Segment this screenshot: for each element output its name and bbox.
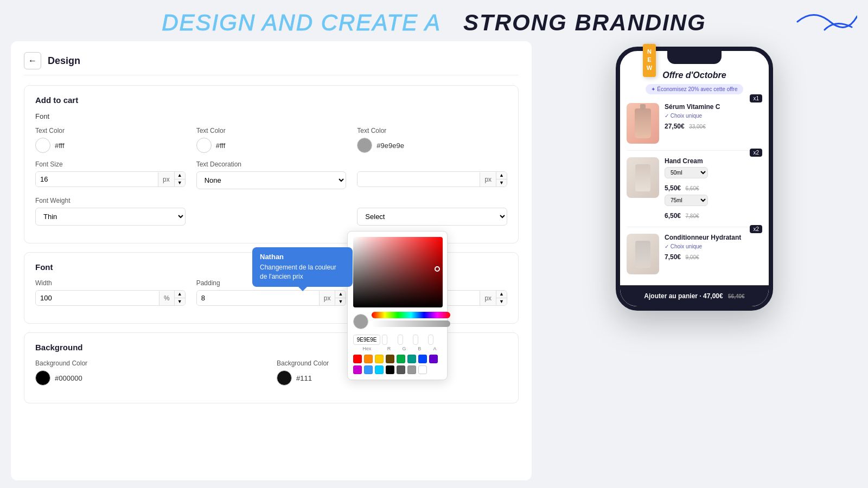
color-swatch-3[interactable] bbox=[357, 138, 372, 153]
swatch-black[interactable] bbox=[386, 365, 394, 374]
product-2-price1-row: 5,50€ 6,60€ bbox=[665, 183, 762, 192]
r-input[interactable] bbox=[382, 335, 387, 345]
width-input-wrapper[interactable]: % ▲ ▼ bbox=[35, 290, 186, 306]
hue-bar[interactable] bbox=[372, 312, 450, 318]
swatch-blue[interactable] bbox=[418, 355, 427, 363]
font-size-input[interactable] bbox=[36, 172, 158, 187]
width-up[interactable]: ▲ bbox=[175, 291, 185, 298]
swatch-teal[interactable] bbox=[407, 355, 416, 363]
swatch-cyan[interactable] bbox=[375, 365, 384, 374]
swatch-red[interactable] bbox=[353, 355, 362, 363]
swatch-brown[interactable] bbox=[386, 355, 394, 363]
color-swatch-1[interactable] bbox=[35, 138, 50, 153]
placeholder-group3: Select bbox=[357, 197, 507, 226]
font-size-down[interactable]: ▼ bbox=[175, 179, 185, 187]
bg-color-hex-1: #000000 bbox=[55, 374, 82, 382]
swatch-yellow[interactable] bbox=[375, 355, 384, 363]
product-2-tube bbox=[635, 164, 650, 191]
back-button[interactable]: ← bbox=[24, 52, 41, 69]
product-3-header: Conditionneur Hydratant x2 bbox=[665, 234, 762, 243]
color-hex-3: #9e9e9e bbox=[376, 142, 404, 150]
color-picker-popup: Hex R G B A bbox=[347, 231, 448, 380]
bg-color-1-input[interactable]: #000000 bbox=[35, 370, 266, 386]
product-1-choice: ✓ Choix unique bbox=[665, 113, 762, 119]
padding-down[interactable]: ▼ bbox=[335, 298, 346, 305]
border-radius-up[interactable]: ▲ bbox=[496, 291, 507, 298]
bg-color-swatch-2[interactable] bbox=[277, 370, 292, 386]
extra-up[interactable]: ▲ bbox=[496, 172, 507, 179]
extra-input[interactable] bbox=[358, 172, 480, 187]
color-hex-1: #fff bbox=[55, 142, 65, 150]
width-input[interactable] bbox=[36, 291, 159, 305]
swatch-light-blue[interactable] bbox=[364, 365, 373, 374]
font-weight-row: Font Weight Thin Light Regular Medium Bo… bbox=[35, 197, 507, 226]
padding-up[interactable]: ▲ bbox=[335, 291, 346, 298]
color-gradient-canvas[interactable] bbox=[353, 237, 443, 307]
text-color-3-group: Text Color #9e9e9e bbox=[357, 127, 507, 153]
text-color-2-input[interactable]: #fff bbox=[196, 138, 347, 153]
font-size-decoration-row: Font Size px ▲ ▼ Text Decoration None bbox=[35, 160, 507, 189]
padding-stepper[interactable]: ▲ ▼ bbox=[335, 291, 346, 305]
font-section-title: Font bbox=[35, 112, 507, 120]
b-label: B bbox=[413, 346, 426, 351]
extra-stepper[interactable]: ▲ ▼ bbox=[496, 172, 507, 187]
swatch-purple-dark[interactable] bbox=[429, 355, 438, 363]
swatch-orange[interactable] bbox=[364, 355, 373, 363]
font-size-input-wrapper[interactable]: px ▲ ▼ bbox=[35, 171, 186, 187]
product-1-price: 27,50€ bbox=[665, 123, 685, 130]
text-color-row: Text Color #fff Text Color #fff Text Col… bbox=[35, 127, 507, 153]
swatch-green[interactable] bbox=[397, 355, 405, 363]
hue-alpha-row bbox=[353, 312, 442, 331]
extra-unit: px bbox=[480, 172, 496, 187]
text-decoration-select[interactable]: None Underline Line-through bbox=[196, 171, 347, 189]
b-input-col: B bbox=[413, 335, 426, 351]
border-radius-down[interactable]: ▼ bbox=[496, 298, 507, 305]
bg-color-1-label: Background Color bbox=[35, 359, 266, 367]
g-input[interactable] bbox=[398, 335, 403, 345]
hex-input[interactable] bbox=[353, 335, 380, 345]
product-2-old-price2: 7,80€ bbox=[685, 213, 699, 219]
color-swatch-2[interactable] bbox=[196, 138, 212, 153]
padding-input-wrapper[interactable]: px ▲ ▼ bbox=[196, 290, 347, 306]
swatch-magenta[interactable] bbox=[353, 365, 362, 374]
font-size-stepper[interactable]: ▲ ▼ bbox=[174, 172, 185, 187]
phone-add-btn[interactable]: Ajouter au panier · 47,00€ 56,40€ bbox=[620, 285, 769, 306]
swatch-dark-gray[interactable] bbox=[397, 365, 405, 374]
font-size-up[interactable]: ▲ bbox=[175, 172, 185, 179]
text-color-1-group: Text Color #fff bbox=[35, 127, 186, 153]
text-decoration-label: Text Decoration bbox=[196, 160, 347, 168]
product-2-select-2[interactable]: 75ml 50ml bbox=[665, 195, 708, 206]
product-2-name: Hand Cream bbox=[665, 157, 703, 165]
add-btn-label: Ajouter au panier · 47,00€ bbox=[644, 292, 723, 300]
padding-input[interactable] bbox=[197, 291, 319, 305]
swatch-mid-gray[interactable] bbox=[407, 365, 416, 374]
bg-color-swatch-1[interactable] bbox=[35, 370, 50, 386]
product-1-info: Sérum Vitamine C x1 ✓ Choix unique 27,50… bbox=[665, 103, 762, 131]
product-2-select-1[interactable]: 50ml 75ml bbox=[665, 167, 708, 178]
header-banner: DESIGN AND CREATE A STRONG BRANDING bbox=[0, 0, 868, 41]
product-1: Sérum Vitamine C x1 ✓ Choix unique 27,50… bbox=[627, 103, 762, 151]
b-input[interactable] bbox=[413, 335, 418, 345]
font-size-group: Font Size px ▲ ▼ bbox=[35, 160, 186, 189]
alpha-bar[interactable] bbox=[372, 320, 450, 327]
width-down[interactable]: ▼ bbox=[175, 298, 185, 305]
width-stepper[interactable]: ▲ ▼ bbox=[174, 291, 185, 305]
extra-input-wrapper[interactable]: px ▲ ▼ bbox=[357, 171, 507, 187]
product-3-name: Conditionneur Hydratant bbox=[665, 234, 741, 241]
text-color-3-input[interactable]: #9e9e9e bbox=[357, 138, 507, 153]
font-weight-select[interactable]: Thin Light Regular Medium Bold bbox=[35, 208, 186, 226]
text-color-1-input[interactable]: #fff bbox=[35, 138, 186, 153]
swatch-white[interactable] bbox=[418, 365, 427, 374]
main-layout: ← Design Add to cart Font Text Color #ff… bbox=[0, 41, 868, 480]
extra-down[interactable]: ▼ bbox=[496, 179, 507, 187]
extra-select[interactable]: Select bbox=[357, 208, 507, 226]
product-2-image bbox=[627, 157, 659, 198]
product-3-image bbox=[627, 234, 659, 274]
color-picker-dot[interactable] bbox=[435, 266, 440, 272]
a-input[interactable] bbox=[428, 335, 433, 345]
product-2-info: Hand Cream x2 50ml 75ml 5,50€ bbox=[665, 157, 762, 220]
text-color-2-label: Text Color bbox=[196, 127, 347, 134]
decorative-squiggle bbox=[792, 5, 857, 38]
font-size-unit: px bbox=[158, 172, 174, 187]
border-radius-stepper[interactable]: ▲ ▼ bbox=[496, 291, 507, 305]
